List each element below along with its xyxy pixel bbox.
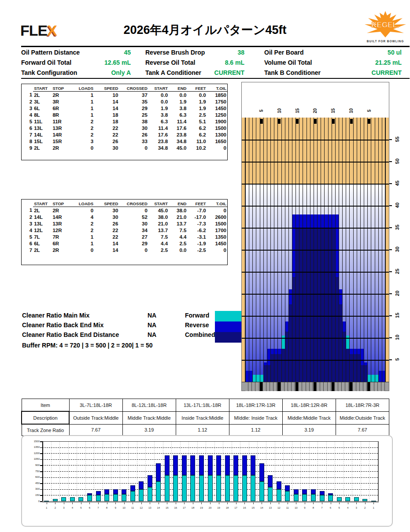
arrow-marker-cell xyxy=(349,382,352,391)
y-axis-label: 0 xyxy=(25,500,40,502)
x-axis-tick xyxy=(305,502,305,504)
buffer-rpm-note: Buffer RPM: 4 = 720 | 3 = 500 | 2 = 200|… xyxy=(22,342,153,349)
column-header xyxy=(22,84,33,92)
x-axis-label: 15 xyxy=(163,506,170,509)
forward-bar-segment xyxy=(61,497,66,501)
dots-row-cell xyxy=(249,382,252,391)
x-axis-tick xyxy=(356,502,357,504)
distance-gridline xyxy=(242,162,389,163)
reverse-oil-zone xyxy=(339,289,342,304)
table-cell: Description xyxy=(22,411,69,424)
table-cell: 2L xyxy=(33,247,52,253)
x-axis-label: 18 xyxy=(224,506,231,509)
table-cell: 1250 xyxy=(207,111,227,118)
board-number: 20 xyxy=(313,108,318,113)
x-axis-label: 11 xyxy=(284,506,291,509)
reverse-bar-segment xyxy=(311,489,316,494)
info-divider xyxy=(21,78,410,79)
forward-bar-segment xyxy=(139,489,144,501)
table-cell: 23.8 xyxy=(169,131,187,138)
table-row: 72L2R01402.50.0-2.50 xyxy=(22,247,227,253)
table-cell: 45.0 xyxy=(148,207,169,214)
column-header: FEET xyxy=(187,84,207,92)
table-header-row: Item3L-7L:18L-18R8L-12L:18L-18R13L-17L:1… xyxy=(22,399,389,412)
oil-per-board-chart: 1500135012001050900750600450300150012345… xyxy=(21,435,393,527)
lane-top-strip: 510152015105 xyxy=(242,82,389,118)
table-row: 412L12R2223413.77.5-6.21700 xyxy=(22,227,227,233)
table-cell: 3.19 xyxy=(122,424,176,436)
board-number-label: 15 xyxy=(293,106,302,115)
dots-row-cell xyxy=(252,382,255,391)
x-axis-tick xyxy=(279,502,279,504)
info-value: 45 xyxy=(60,49,131,56)
forward-bar-segment xyxy=(337,497,342,501)
table-cell: 2 xyxy=(72,220,94,227)
x-axis-label: 13 xyxy=(267,506,274,509)
page-title: 2026年4月オイルパターン45ft xyxy=(0,22,410,38)
x-axis-tick xyxy=(210,502,211,504)
table-cell: 4.4 xyxy=(169,233,187,240)
table-cell: 7.67 xyxy=(69,424,122,436)
table-cell: 25 xyxy=(119,111,148,118)
ruler-label: 40 xyxy=(393,201,402,209)
board-number-label: 20 xyxy=(311,106,320,115)
table-cell: 8L xyxy=(33,111,52,118)
forward-oil-zone xyxy=(367,375,378,382)
reverse-bar-segment xyxy=(104,489,109,494)
table-cell: 34.8 xyxy=(169,138,187,144)
board-number: 15 xyxy=(331,108,336,113)
y-axis-label: 300 xyxy=(25,488,40,490)
table-cell: 7L xyxy=(33,233,52,240)
table-cell: Track Zone Ratio xyxy=(22,424,69,436)
chart-gridline xyxy=(42,453,378,454)
x-axis-label: 9 xyxy=(112,506,119,509)
dots-row-cell xyxy=(310,382,313,391)
column-header: STOP xyxy=(52,84,72,92)
ruler-number: 45 xyxy=(395,181,400,186)
table-row: 12L2R110370.00.00.01850 xyxy=(22,92,227,99)
y-axis-label: 150 xyxy=(25,494,40,496)
x-axis-label: 7 xyxy=(95,506,102,509)
dots-row-cell xyxy=(364,382,367,391)
combined-oil-zone xyxy=(285,332,346,349)
table-cell: -3.1 xyxy=(187,233,207,240)
forward-bar-segment xyxy=(311,494,316,501)
info-label: Volume Oil Total xyxy=(264,59,312,66)
table-cell: 3.8 xyxy=(148,111,169,118)
forward-bar-segment xyxy=(345,497,350,501)
table-cell: 13L xyxy=(33,220,52,227)
distance-gridline xyxy=(242,316,389,317)
ruler-number: 55 xyxy=(395,137,400,142)
forward-bar-segment xyxy=(294,494,299,501)
ruler-label: 30 xyxy=(393,245,402,253)
arrow-marker-cell xyxy=(367,382,370,391)
table-cell: 38.0 xyxy=(169,207,187,214)
legend-label: Forward xyxy=(185,312,209,319)
reverse-bar-segment xyxy=(148,475,152,487)
info-value: 50 ul xyxy=(331,49,402,56)
table-cell: 15R xyxy=(52,138,72,144)
distance-gridline xyxy=(242,250,389,251)
dots-row-cell xyxy=(270,382,273,391)
table-row: 48L8R118253.86.32.51250 xyxy=(22,111,227,118)
table-cell: 1650 xyxy=(207,138,227,144)
table-cell: 1 xyxy=(22,92,33,99)
x-axis-label: 7 xyxy=(318,506,325,509)
table-cell: 3 xyxy=(22,220,33,227)
table-cell: 0 xyxy=(207,144,227,151)
table-cell: 1900 xyxy=(207,118,227,125)
x-axis-label: 1 xyxy=(370,506,377,509)
x-axis-tick xyxy=(253,502,254,504)
dots-row-cell xyxy=(324,382,327,391)
info-value: CURRENT xyxy=(331,69,402,76)
dots-row-cell xyxy=(307,382,310,391)
x-axis-tick xyxy=(296,502,296,504)
ruler-tick xyxy=(389,249,392,250)
table-cell: 2 xyxy=(72,118,94,125)
table-cell: 1300 xyxy=(207,131,227,138)
dots-row-cell xyxy=(328,382,331,391)
table-cell: 14 xyxy=(94,105,119,111)
forward-bar-segment xyxy=(328,495,333,501)
x-axis-label: 6 xyxy=(327,506,334,509)
forward-bar-segment xyxy=(156,481,161,501)
